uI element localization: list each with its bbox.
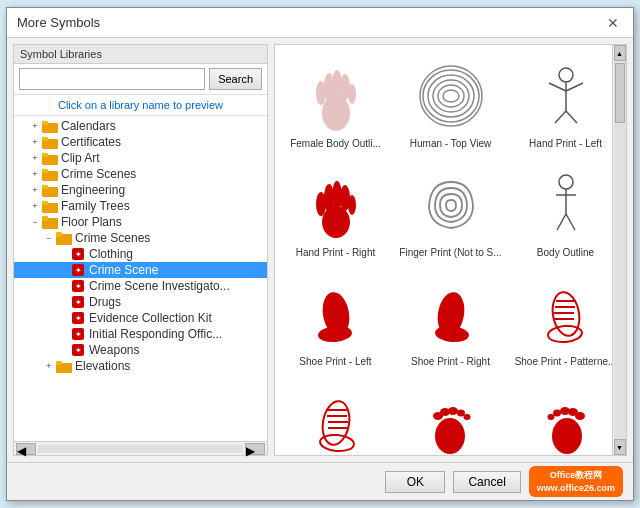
symbol-img-shoepattern2 [296, 383, 376, 455]
svg-point-85 [575, 412, 585, 420]
scroll-left-btn[interactable]: ◀ [16, 443, 36, 455]
symbol-item-bodyoutline[interactable]: Body Outline [509, 158, 622, 265]
more-symbols-dialog: More Symbols ✕ Symbol Libraries Search C… [6, 7, 634, 501]
symbol-item-shoeright[interactable]: Shoe Print - Right [394, 267, 507, 374]
symbol-item-footright[interactable]: Footprint - Right [509, 376, 622, 455]
vertical-scrollbar[interactable]: ▲ ▼ [612, 45, 626, 455]
symbol-label-shoeleft: Shoe Print - Left [299, 356, 371, 367]
expander-floorplans: − [28, 217, 42, 227]
symbol-item-handprintright[interactable]: Hand Print - Right [279, 158, 392, 265]
symbol-img-shoeright [411, 274, 491, 354]
symbol-item-handprintleft[interactable]: Hand Print - Left [509, 49, 622, 156]
tree-item-clipart[interactable]: + Clip Art [14, 150, 267, 166]
svg-point-82 [553, 410, 561, 417]
tree-label-floorplans: Floor Plans [61, 215, 122, 229]
tree-item-certificates[interactable]: + Certificates [14, 134, 267, 150]
symbol-item-footleft[interactable]: Footprint - Left [394, 376, 507, 455]
folder-icon-calendars [42, 119, 58, 133]
symbol-label-bodyoutline: Body Outline [537, 247, 594, 258]
symbol-img-handprintright [296, 165, 376, 245]
symbol-item-fingerprint2[interactable]: Finger Print (Not to S... [394, 158, 507, 265]
symbol-label-shoeright: Shoe Print - Right [411, 356, 490, 367]
svg-point-78 [457, 410, 465, 417]
tree-item-elevations[interactable]: + Elevations [14, 358, 267, 374]
tree-item-clothing[interactable]: ✦ Clothing [14, 246, 267, 262]
office-badge-line1: Office教程网 [537, 469, 615, 482]
expander-clipart: + [28, 153, 42, 163]
dialog-title: More Symbols [17, 15, 100, 30]
expander-crimescenes2: − [42, 233, 56, 243]
ok-button[interactable]: OK [385, 471, 445, 493]
tree-item-evidencecollection[interactable]: ✦ Evidence Collection Kit [14, 310, 267, 326]
symbol-item-femaleoutline[interactable]: Female Body Outli... [279, 49, 392, 156]
search-button[interactable]: Search [209, 68, 262, 90]
svg-text:✦: ✦ [75, 250, 82, 259]
symbol-icon-crimescene: ✦ [70, 263, 86, 277]
tree-item-initialresponding[interactable]: ✦ Initial Responding Offic... [14, 326, 267, 342]
horizontal-scrollbar[interactable]: ◀ ▶ [14, 441, 267, 455]
tree-label-elevations: Elevations [75, 359, 130, 373]
svg-point-79 [463, 414, 470, 420]
tree-item-calendars[interactable]: + Calendars [14, 118, 267, 134]
office-badge: Office教程网 www.office26.com [529, 466, 623, 497]
right-panel: Female Body Outli... [274, 44, 627, 456]
symbol-img-shoeleft [296, 274, 376, 354]
symbol-item-shoepattern[interactable]: Shoe Print - Patterne... [509, 267, 622, 374]
svg-point-42 [428, 75, 474, 117]
symbol-label-shoepattern: Shoe Print - Patterne... [515, 356, 617, 367]
titlebar: More Symbols ✕ [7, 8, 633, 38]
folder-icon-crimescenes2 [56, 231, 72, 245]
svg-text:✦: ✦ [75, 282, 82, 291]
svg-point-57 [559, 175, 573, 189]
scroll-track [38, 445, 243, 453]
tree-item-crimesceneinv[interactable]: ✦ Crime Scene Investigato... [14, 278, 267, 294]
search-bar: Search [14, 64, 267, 95]
search-input[interactable] [19, 68, 205, 90]
svg-rect-8 [42, 169, 48, 173]
scroll-thumb[interactable] [615, 63, 625, 123]
close-button[interactable]: ✕ [603, 15, 623, 31]
tree-item-weapons[interactable]: ✦ Weapons [14, 342, 267, 358]
tree-item-floorplans[interactable]: − Floor Plans [14, 214, 267, 230]
symbol-icon-clothing: ✦ [70, 247, 86, 261]
scroll-down-btn[interactable]: ▼ [614, 439, 626, 455]
tree-item-crimescenes2[interactable]: − Crime Scenes [14, 230, 267, 246]
tree-item-crimescenes[interactable]: + Crime Scenes [14, 166, 267, 182]
tree-item-familytrees[interactable]: + Family Trees [14, 198, 267, 214]
office-badge-line2: www.office26.com [537, 482, 615, 495]
svg-point-63 [547, 325, 582, 344]
symbol-img-footleft [411, 383, 491, 455]
symbol-img-fingerprint2 [411, 165, 491, 245]
cancel-button[interactable]: Cancel [453, 471, 520, 493]
scroll-right-btn[interactable]: ▶ [245, 443, 265, 455]
symbols-grid: Female Body Outli... [275, 45, 626, 455]
symbol-libraries-label: Symbol Libraries [14, 45, 267, 64]
symbol-label-femaleoutline: Female Body Outli... [290, 138, 381, 149]
svg-line-50 [566, 111, 577, 123]
svg-point-74 [435, 418, 465, 454]
symbol-icon-crimesceneinv: ✦ [70, 279, 86, 293]
tree-item-crimescene[interactable]: ✦ Crime Scene [14, 262, 267, 278]
symbol-img-footright [526, 383, 606, 455]
svg-rect-16 [56, 232, 62, 237]
tree-label-familytrees: Family Trees [61, 199, 130, 213]
svg-rect-2 [42, 121, 48, 125]
tree-item-engineering[interactable]: + Engineering [14, 182, 267, 198]
symbol-item-shoeleft[interactable]: Shoe Print - Left [279, 267, 392, 374]
folder-icon-crimescenes [42, 167, 58, 181]
symbol-label-humantopview: Human - Top View [410, 138, 491, 149]
svg-point-69 [319, 434, 354, 453]
tree-label-crimescenes2: Crime Scenes [75, 231, 150, 245]
symbol-item-humantopview[interactable]: Human - Top View [394, 49, 507, 156]
svg-point-80 [552, 418, 582, 454]
scroll-up-btn[interactable]: ▲ [614, 45, 626, 61]
symbol-item-shoepattern2[interactable]: Shoe Print - Patterne... [279, 376, 392, 455]
svg-text:✦: ✦ [75, 266, 82, 275]
svg-point-33 [322, 95, 350, 131]
svg-point-39 [443, 90, 459, 102]
tree-label-calendars: Calendars [61, 119, 116, 133]
symbol-img-humantopview [411, 56, 491, 136]
expander-elevations: + [42, 361, 56, 371]
symbol-icon-initialresponding: ✦ [70, 327, 86, 341]
tree-item-drugs[interactable]: ✦ Drugs [14, 294, 267, 310]
